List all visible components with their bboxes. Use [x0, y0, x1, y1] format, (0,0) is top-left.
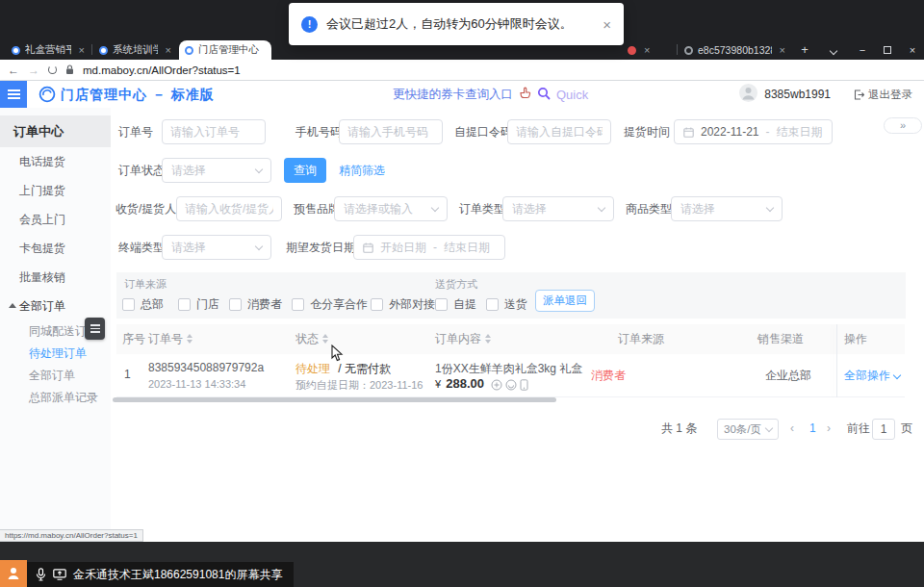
pickup-code-input[interactable]	[507, 119, 611, 144]
pagination-total: 共 1 条	[661, 418, 697, 439]
horizontal-scrollbar[interactable]	[113, 397, 556, 402]
browser-tab-5[interactable]: e8c573980b1328a258fd2e618 ×	[679, 40, 791, 60]
chevron-down-icon	[431, 203, 439, 211]
sidebar-item-all-orders[interactable]: 全部订单	[0, 365, 111, 387]
back-icon[interactable]: ←	[8, 64, 19, 76]
sort-icon[interactable]	[485, 334, 491, 344]
terminal-type-select[interactable]: 请选择	[162, 235, 271, 260]
filters-collapse-button[interactable]: »	[884, 117, 922, 134]
checkbox-icon[interactable]	[435, 298, 448, 311]
phone-input[interactable]	[339, 119, 443, 144]
window-minimize-button[interactable]: −	[855, 43, 870, 57]
sidebar-group-all-orders[interactable]: 全部订单	[0, 292, 111, 320]
start-date-value[interactable]: 2022-11-21	[701, 125, 759, 139]
goods-type-select[interactable]: 请选择	[671, 196, 783, 221]
goto-page-input[interactable]	[872, 419, 895, 440]
sidebar-section-order-center: 订单中心	[0, 115, 111, 147]
window-maximize-button[interactable]	[880, 43, 895, 57]
person-icon	[6, 566, 21, 581]
app-logo-icon	[38, 86, 56, 107]
page-size-select[interactable]: 30条/页	[717, 419, 779, 440]
search-button[interactable]: 查询	[284, 158, 326, 183]
checkbox-icon[interactable]	[229, 298, 242, 311]
browser-tab-active[interactable]: 门店管理中心	[179, 40, 271, 60]
checkbox-delivery[interactable]: 送货	[486, 296, 527, 313]
close-icon[interactable]: ×	[603, 17, 611, 32]
browser-tab-4[interactable]: ×	[622, 40, 677, 60]
screen-share-indicator[interactable]: 金禾通技术王斌18662591081的屏幕共享	[27, 562, 294, 587]
end-date-placeholder[interactable]: 结束日期	[444, 240, 490, 256]
meeting-app-tile[interactable]	[0, 560, 27, 587]
sidebar-item-batch-verify[interactable]: 批量核销	[0, 263, 111, 292]
main-content: 订单号 手机号码 自提口令码 提货时间 2022-11-21 - 结束日期 » …	[111, 108, 924, 542]
table-row: 1 83859345088979792a 2023-11-13 14:33:34…	[116, 354, 905, 397]
menu-toggle-button[interactable]	[0, 81, 27, 108]
checkbox-icon[interactable]	[122, 298, 135, 311]
col-status[interactable]: 状态	[295, 324, 328, 354]
start-date-placeholder[interactable]: 开始日期	[380, 240, 426, 256]
col-content[interactable]: 订单内容	[435, 324, 491, 354]
all-actions-dropdown[interactable]: 全部操作	[844, 368, 900, 384]
window-close-button[interactable]: ×	[905, 43, 920, 57]
avatar	[739, 84, 757, 106]
refresh-icon[interactable]	[48, 65, 57, 74]
phone-label: 手机号码	[295, 119, 342, 144]
order-status-select[interactable]: 请选择	[162, 158, 271, 183]
sidebar-item-card-pickup[interactable]: 卡包提货	[0, 234, 111, 263]
checkbox-hq[interactable]: 总部	[122, 296, 164, 313]
checkbox-icon[interactable]	[292, 298, 304, 311]
checkbox-icon[interactable]	[486, 298, 499, 311]
tab-close-icon[interactable]: ×	[166, 45, 171, 56]
sidebar-item-door-pickup[interactable]: 上门提货	[0, 176, 111, 205]
receiver-input[interactable]	[176, 196, 282, 221]
sidebar-item-pending-orders[interactable]: 待处理订单	[0, 343, 111, 365]
info-icon: !	[301, 16, 318, 33]
simple-filter-link[interactable]: 精简筛选	[339, 158, 385, 183]
logout-button[interactable]: 退出登录	[854, 88, 912, 102]
new-tab-button[interactable]: +	[797, 42, 812, 58]
sidebar-item-phone-pickup[interactable]: 电话提货	[0, 147, 111, 176]
tab-close-icon[interactable]: ×	[644, 45, 650, 56]
goods-type-label: 商品类型	[626, 196, 672, 221]
expect-date-range-picker[interactable]: 开始日期 - 结束日期	[353, 235, 505, 260]
tab-search-caret-icon[interactable]	[826, 43, 841, 57]
forward-icon[interactable]: →	[28, 64, 39, 76]
next-page-button[interactable]: ›	[827, 418, 831, 439]
order-type-select[interactable]: 请选择	[502, 196, 614, 221]
browser-tab-2[interactable]: 系统培训学习 ×	[93, 40, 177, 60]
checkbox-consumer[interactable]: 消费者	[229, 296, 282, 313]
tab-close-icon[interactable]: ×	[79, 45, 85, 56]
quick-label[interactable]: Quick	[556, 88, 588, 102]
order-no-input[interactable]	[162, 119, 266, 144]
url-text[interactable]: md.maboy.cn/AllOrder?status=1	[83, 64, 241, 76]
presale-brand-select[interactable]: 请选择或输入	[334, 196, 448, 221]
quick-entry-link[interactable]: 更快捷的券卡查询入口	[393, 87, 513, 103]
checkbox-external[interactable]: 外部对接	[371, 296, 435, 313]
pickup-code-label: 自提口令码	[454, 119, 512, 144]
checkbox-icon[interactable]	[371, 298, 383, 311]
address-bar: ← → md.maboy.cn/AllOrder?status=1 ☆	[0, 60, 924, 81]
checkbox-store[interactable]: 门店	[178, 296, 219, 313]
current-page[interactable]: 1	[809, 418, 816, 439]
sidebar-item-member-visit[interactable]: 会员上门	[0, 205, 111, 234]
end-date-placeholder[interactable]: 结束日期	[777, 124, 823, 140]
sidebar-item-hq-dispatch-records[interactable]: 总部派单记录	[0, 387, 111, 409]
pickup-time-range-picker[interactable]: 2022-11-21 - 结束日期	[674, 119, 833, 144]
chevron-down-icon	[765, 423, 773, 431]
prev-page-button[interactable]: ‹	[790, 418, 794, 439]
sidebar-collapse-handle[interactable]	[85, 318, 105, 340]
checkbox-self-pickup[interactable]: 自提	[435, 296, 476, 313]
checkbox-icon[interactable]	[178, 298, 191, 311]
order-time-value: 2023-11-13 14:33:34	[148, 378, 245, 390]
sort-icon[interactable]	[322, 334, 328, 344]
col-order-no[interactable]: 订单号	[148, 324, 192, 354]
order-type-label: 订单类型	[459, 196, 505, 221]
browser-tab-1[interactable]: 礼盒营销平台管理中心 ×	[6, 40, 90, 60]
tab-close-icon[interactable]: ×	[780, 45, 785, 56]
checkbox-warehouse-share[interactable]: 仓分享合作	[292, 296, 368, 313]
order-content-value: 1份XX生鲜羊肉礼盒3kg 礼盒	[435, 361, 582, 377]
chevron-down-icon	[766, 203, 774, 211]
sort-icon[interactable]	[187, 334, 192, 344]
dispatch-return-button[interactable]: 派单退回	[535, 290, 595, 312]
search-icon[interactable]	[537, 87, 551, 103]
